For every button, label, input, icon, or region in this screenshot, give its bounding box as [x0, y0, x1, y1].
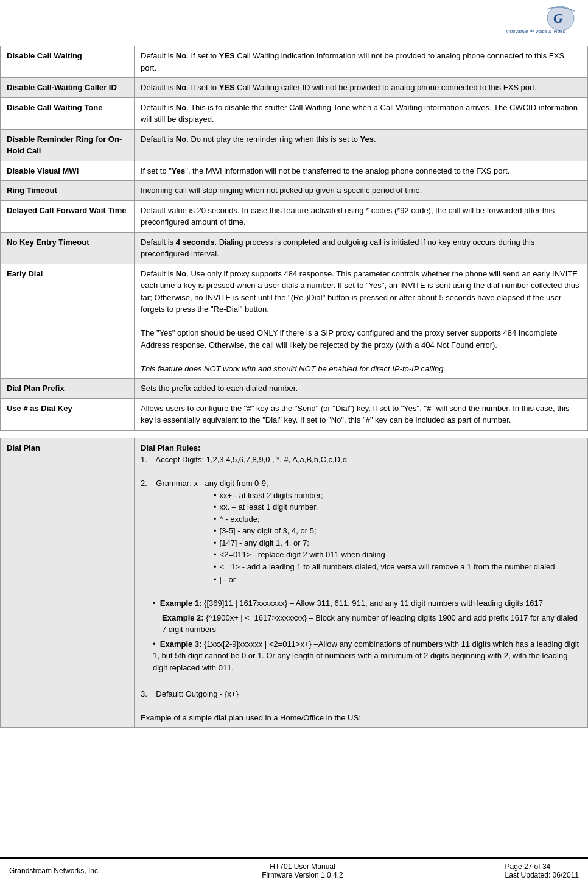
spacer-row [1, 430, 588, 438]
table-row-disable-call-waiting-caller-id: Disable Call-Waiting Caller IDDefault is… [1, 78, 588, 98]
label-disable-reminder-ring: Disable Reminder Ring for On-Hold Call [1, 129, 135, 161]
desc-early-dial: Default is No. Use only if proxy support… [135, 264, 588, 379]
table-row-ring-timeout: Ring TimeoutIncoming call will stop ring… [1, 181, 588, 201]
table-row-use-hash-as-dial-key: Use # as Dial KeyAllows users to configu… [1, 398, 588, 430]
desc-dial-plan-prefix: Sets the prefix added to each dialed num… [135, 379, 588, 399]
footer-page: Page 27 of 34 [505, 862, 579, 871]
desc-disable-call-waiting-caller-id: Default is No. If set to YES Call Waitin… [135, 78, 588, 98]
svg-text:G: G [553, 10, 563, 26]
page-footer: Grandstream Networks, Inc. HT701 User Ma… [0, 857, 588, 883]
dial-plan-label: Dial Plan [1, 438, 135, 728]
page-header: G Innovative IP Voice & Video [0, 0, 588, 43]
table-row-delayed-call-forward-wait-time: Delayed Call Forward Wait TimeDefault va… [1, 200, 588, 232]
label-disable-call-waiting: Disable Call Waiting [1, 46, 135, 78]
footer-updated: Last Updated: 06/2011 [505, 871, 579, 879]
label-disable-visual-mwi: Disable Visual MWI [1, 161, 135, 181]
footer-doc-title: HT701 User Manual [262, 862, 343, 871]
grandstream-logo: G Innovative IP Voice & Video [503, 6, 576, 40]
label-use-hash-as-dial-key: Use # as Dial Key [1, 398, 135, 430]
footer-firmware: Firmware Version 1.0.4.2 [262, 871, 343, 879]
label-dial-plan-prefix: Dial Plan Prefix [1, 379, 135, 399]
label-disable-call-waiting-caller-id: Disable Call-Waiting Caller ID [1, 78, 135, 98]
page-wrapper: G Innovative IP Voice & Video Disable Ca… [0, 0, 588, 883]
label-ring-timeout: Ring Timeout [1, 181, 135, 201]
table-row-disable-call-waiting: Disable Call WaitingDefault is No. If se… [1, 46, 588, 78]
desc-no-key-entry-timeout: Default is 4 seconds. Dialing process is… [135, 232, 588, 264]
svg-text:Innovative IP Voice & Video: Innovative IP Voice & Video [506, 29, 566, 34]
desc-ring-timeout: Incoming call will stop ringing when not… [135, 181, 588, 201]
desc-disable-call-waiting-tone: Default is No. This is to disable the st… [135, 97, 588, 129]
desc-delayed-call-forward-wait-time: Default value is 20 seconds. In case thi… [135, 200, 588, 232]
label-delayed-call-forward-wait-time: Delayed Call Forward Wait Time [1, 200, 135, 232]
content-table: Disable Call WaitingDefault is No. If se… [0, 46, 588, 728]
label-disable-call-waiting-tone: Disable Call Waiting Tone [1, 97, 135, 129]
table-row-disable-reminder-ring: Disable Reminder Ring for On-Hold CallDe… [1, 129, 588, 161]
table-row-no-key-entry-timeout: No Key Entry TimeoutDefault is 4 seconds… [1, 232, 588, 264]
dial-plan-desc: Dial Plan Rules:1. Accept Digits: 1,2,3,… [135, 438, 588, 728]
label-early-dial: Early Dial [1, 264, 135, 379]
table-row-disable-visual-mwi: Disable Visual MWIIf set to "Yes", the M… [1, 161, 588, 181]
desc-use-hash-as-dial-key: Allows users to configure the "#" key as… [135, 398, 588, 430]
desc-disable-call-waiting: Default is No. If set to YES Call Waitin… [135, 46, 588, 78]
dial-plan-row: Dial PlanDial Plan Rules:1. Accept Digit… [1, 438, 588, 728]
table-row-early-dial: Early DialDefault is No. Use only if pro… [1, 264, 588, 379]
footer-right: Page 27 of 34 Last Updated: 06/2011 [505, 862, 579, 879]
label-no-key-entry-timeout: No Key Entry Timeout [1, 232, 135, 264]
footer-company: Grandstream Networks, Inc. [9, 867, 100, 875]
footer-center: HT701 User Manual Firmware Version 1.0.4… [262, 862, 343, 879]
table-row-disable-call-waiting-tone: Disable Call Waiting ToneDefault is No. … [1, 97, 588, 129]
logo-area: G Innovative IP Voice & Video [503, 6, 576, 40]
desc-disable-reminder-ring: Default is No. Do not play the reminder … [135, 129, 588, 161]
table-row-dial-plan-prefix: Dial Plan PrefixSets the prefix added to… [1, 379, 588, 399]
desc-disable-visual-mwi: If set to "Yes", the MWI information wil… [135, 161, 588, 181]
spacer-cell [1, 430, 588, 438]
